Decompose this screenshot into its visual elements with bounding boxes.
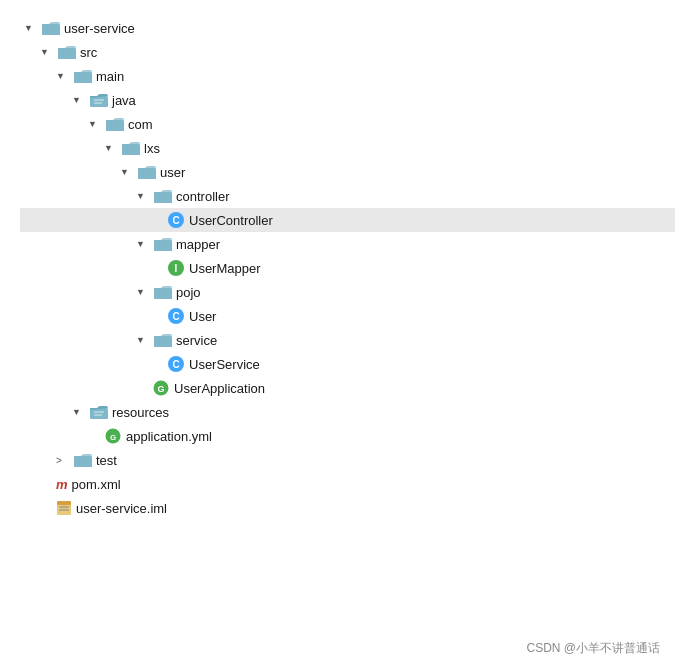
arrow-mapper[interactable]: ▼: [136, 239, 152, 249]
svg-rect-33: [57, 501, 71, 505]
icon-test: [74, 453, 92, 467]
svg-rect-16: [154, 192, 172, 203]
tree-item-src[interactable]: ▼ src: [20, 40, 675, 64]
tree-item-User[interactable]: CUser: [20, 304, 675, 328]
icon-application.yml: G: [104, 427, 122, 445]
icon-lxs: [122, 141, 140, 155]
icon-UserApplication: G: [152, 379, 170, 397]
label-user-service.iml: user-service.iml: [76, 501, 167, 516]
label-java: java: [112, 93, 136, 108]
tree-item-main[interactable]: ▼ main: [20, 64, 675, 88]
arrow-pojo[interactable]: ▼: [136, 287, 152, 297]
svg-rect-18: [154, 240, 172, 251]
arrow-controller[interactable]: ▼: [136, 191, 152, 201]
tree-item-UserApplication[interactable]: G UserApplication: [20, 376, 675, 400]
svg-rect-14: [138, 168, 156, 179]
icon-user-service: [42, 21, 60, 35]
tree-item-java[interactable]: ▼ java: [20, 88, 675, 112]
icon-controller: [154, 189, 172, 203]
label-UserService: UserService: [189, 357, 260, 372]
tree-item-lxs[interactable]: ▼ lxs: [20, 136, 675, 160]
label-user-service: user-service: [64, 21, 135, 36]
label-resources: resources: [112, 405, 169, 420]
icon-UserService: C: [168, 356, 184, 372]
icon-UserController: C: [168, 212, 184, 228]
icon-user-service.iml: [56, 501, 72, 515]
tree-item-controller[interactable]: ▼ controller: [20, 184, 675, 208]
label-controller: controller: [176, 189, 229, 204]
svg-text:G: G: [110, 433, 116, 442]
arrow-lxs[interactable]: ▼: [104, 143, 120, 153]
tree-item-pom.xml[interactable]: mpom.xml: [20, 472, 675, 496]
label-UserApplication: UserApplication: [174, 381, 265, 396]
tree-item-user[interactable]: ▼ user: [20, 160, 675, 184]
icon-UserMapper: I: [168, 260, 184, 276]
icon-com: [106, 117, 124, 131]
svg-rect-3: [58, 48, 76, 59]
tree-item-resources[interactable]: ▼ resources: [20, 400, 675, 424]
icon-mapper: [154, 237, 172, 251]
svg-rect-22: [154, 336, 172, 347]
label-src: src: [80, 45, 97, 60]
icon-pojo: [154, 285, 172, 299]
label-application.yml: application.yml: [126, 429, 212, 444]
arrow-main[interactable]: ▼: [56, 71, 72, 81]
arrow-java[interactable]: ▼: [72, 95, 88, 105]
tree-item-UserMapper[interactable]: IUserMapper: [20, 256, 675, 280]
icon-pom.xml: m: [56, 477, 68, 492]
icon-resources: [90, 405, 108, 419]
label-UserMapper: UserMapper: [189, 261, 261, 276]
label-UserController: UserController: [189, 213, 273, 228]
tree-item-test[interactable]: > test: [20, 448, 675, 472]
svg-rect-5: [74, 72, 92, 83]
svg-rect-1: [42, 24, 60, 35]
tree-item-UserController[interactable]: CUserController: [20, 208, 675, 232]
label-pojo: pojo: [176, 285, 201, 300]
arrow-user-service[interactable]: ▼: [24, 23, 40, 33]
svg-text:G: G: [157, 384, 164, 394]
tree-item-service[interactable]: ▼ service: [20, 328, 675, 352]
icon-service: [154, 333, 172, 347]
arrow-user[interactable]: ▼: [120, 167, 136, 177]
arrow-test[interactable]: >: [56, 455, 72, 466]
label-User: User: [189, 309, 216, 324]
label-lxs: lxs: [144, 141, 160, 156]
svg-rect-12: [122, 144, 140, 155]
tree-item-user-service.iml[interactable]: user-service.iml: [20, 496, 675, 520]
arrow-resources[interactable]: ▼: [72, 407, 88, 417]
tree-item-mapper[interactable]: ▼ mapper: [20, 232, 675, 256]
label-service: service: [176, 333, 217, 348]
svg-rect-20: [154, 288, 172, 299]
tree-item-user-service[interactable]: ▼ user-service: [20, 16, 675, 40]
label-mapper: mapper: [176, 237, 220, 252]
label-pom.xml: pom.xml: [72, 477, 121, 492]
tree-item-com[interactable]: ▼ com: [20, 112, 675, 136]
label-user: user: [160, 165, 185, 180]
arrow-service[interactable]: ▼: [136, 335, 152, 345]
label-main: main: [96, 69, 124, 84]
label-com: com: [128, 117, 153, 132]
icon-user: [138, 165, 156, 179]
watermark-text: CSDN @小羊不讲普通话: [526, 640, 660, 657]
label-test: test: [96, 453, 117, 468]
arrow-com[interactable]: ▼: [88, 119, 104, 129]
tree-item-UserService[interactable]: CUserService: [20, 352, 675, 376]
tree-item-pojo[interactable]: ▼ pojo: [20, 280, 675, 304]
svg-rect-10: [106, 120, 124, 131]
icon-User: C: [168, 308, 184, 324]
file-tree: ▼ user-service▼ src▼ main▼ java▼ com▼ lx…: [0, 0, 675, 667]
svg-rect-31: [74, 456, 92, 467]
tree-item-application.yml[interactable]: G application.yml: [20, 424, 675, 448]
icon-main: [74, 69, 92, 83]
arrow-src[interactable]: ▼: [40, 47, 56, 57]
icon-src: [58, 45, 76, 59]
icon-java: [90, 93, 108, 107]
